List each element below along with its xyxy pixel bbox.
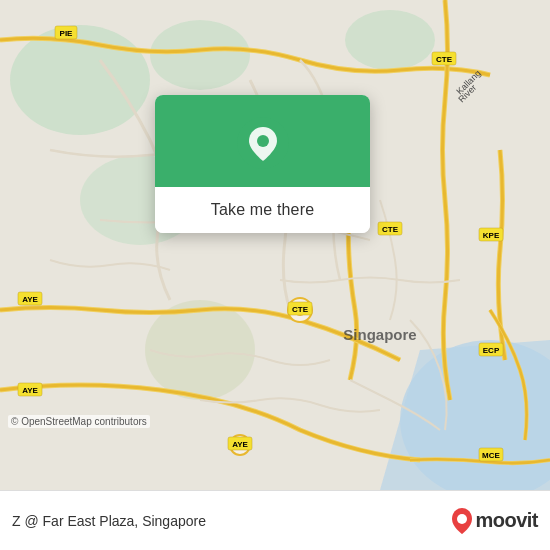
svg-text:MCE: MCE: [482, 451, 500, 460]
moovit-logo: moovit: [451, 507, 538, 535]
svg-text:Singapore: Singapore: [343, 326, 416, 343]
svg-text:PIE: PIE: [60, 29, 74, 38]
svg-text:CTE: CTE: [382, 225, 399, 234]
svg-point-4: [150, 20, 250, 90]
moovit-text: moovit: [475, 509, 538, 532]
svg-text:KPE: KPE: [483, 231, 500, 240]
popup-green-area: [155, 95, 370, 187]
svg-text:ECP: ECP: [483, 346, 500, 355]
svg-text:AYE: AYE: [22, 295, 38, 304]
svg-point-37: [457, 514, 467, 524]
location-pin-icon: [237, 117, 289, 169]
svg-text:CTE: CTE: [292, 305, 309, 314]
bottom-bar: Z @ Far East Plaza, Singapore moovit: [0, 490, 550, 550]
map-attribution: © OpenStreetMap contributors: [8, 415, 150, 428]
map-container: Kallang River PIE CTE CTE CTE KPE ECP AY…: [0, 0, 550, 490]
popup-card: Take me there: [155, 95, 370, 233]
location-label: Z @ Far East Plaza, Singapore: [12, 513, 206, 529]
svg-text:AYE: AYE: [232, 440, 248, 449]
svg-point-36: [257, 135, 269, 147]
take-me-there-button[interactable]: Take me there: [155, 187, 370, 233]
moovit-pin-icon: [451, 507, 473, 535]
svg-point-7: [145, 300, 255, 400]
svg-text:CTE: CTE: [436, 55, 453, 64]
svg-text:AYE: AYE: [22, 386, 38, 395]
svg-point-5: [345, 10, 435, 70]
